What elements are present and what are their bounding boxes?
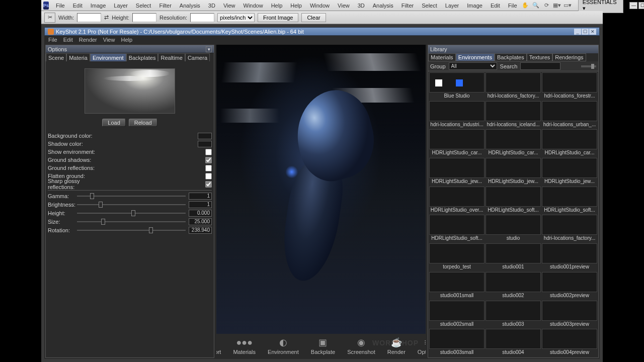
menu-layer[interactable]: Layer [110, 3, 132, 9]
menu-3d[interactable]: 3D [354, 3, 369, 9]
env-thumb[interactable]: hdri-locations_factory... [542, 215, 597, 242]
menu-image[interactable]: Image [463, 3, 487, 9]
env-thumb[interactable]: studio002 [486, 272, 541, 300]
tool-materials[interactable]: ●●●Materials [233, 337, 256, 355]
env-thumb[interactable]: hdri-locations_iceland... [486, 101, 541, 129]
bgcolor-swatch[interactable] [198, 133, 212, 139]
menu-help[interactable]: Help [267, 3, 287, 9]
env-thumb[interactable]: torpedo_test [429, 243, 485, 271]
env-thumb[interactable]: studio004 [486, 329, 541, 356]
menu-view[interactable]: View [219, 3, 239, 9]
tab-backplates[interactable]: Backplates [126, 53, 158, 61]
env-thumb[interactable]: HDRLightStudio_over... [429, 187, 485, 214]
env-thumb[interactable]: studio001preview [542, 243, 597, 271]
menu-window[interactable]: Window [306, 3, 334, 9]
menu-layer[interactable]: Layer [441, 3, 463, 9]
ks-close[interactable]: ✕ [589, 29, 596, 35]
options-close-icon[interactable]: ▾ [206, 46, 212, 52]
env-thumb[interactable]: HDRLightStudio_soft... [486, 187, 541, 214]
menu-edit[interactable]: Edit [69, 3, 87, 9]
menu-analysis[interactable]: Analysis [369, 3, 397, 9]
env-thumb[interactable]: studio003 [486, 301, 541, 328]
env-thumb[interactable]: studio [486, 215, 541, 242]
groundshad-checkbox[interactable] [205, 157, 212, 163]
menu-select[interactable]: Select [418, 3, 441, 9]
bright-slider[interactable] [77, 204, 186, 205]
env-thumb[interactable]: studio002small [429, 301, 485, 328]
tab-materia[interactable]: Materia [66, 53, 90, 61]
bright-value[interactable]: 1 [189, 201, 212, 208]
size-slider[interactable] [77, 221, 186, 222]
height-input[interactable] [132, 13, 156, 22]
menu-window[interactable]: Window [239, 3, 267, 9]
menu-edit[interactable]: Edit [487, 3, 504, 9]
libtab-environments[interactable]: Environments [456, 53, 495, 61]
screen-mode-icon[interactable]: ▭▾ [564, 1, 572, 10]
ks-maximize[interactable]: ☐ [582, 29, 589, 35]
menu-analysis[interactable]: Analysis [176, 3, 204, 9]
menu-help[interactable]: Help [286, 3, 306, 9]
env-thumb[interactable]: HDRLightStudio_car... [429, 129, 485, 157]
ks-menu-render[interactable]: Render [76, 37, 100, 43]
gamma-slider[interactable] [77, 196, 186, 197]
env-thumb[interactable]: Blue Studio [429, 72, 485, 100]
env-thumb[interactable]: hdri-locations_forestr... [542, 72, 597, 100]
tab-realtime[interactable]: Realtime [158, 53, 185, 61]
reload-button[interactable]: Reload [129, 119, 157, 127]
menu-view[interactable]: View [334, 3, 354, 9]
env-thumb[interactable]: hdri-locations_industri... [429, 101, 485, 129]
clear-button[interactable]: Clear [301, 13, 326, 22]
ks-menu-edit[interactable]: Edit [60, 37, 76, 43]
menu-image[interactable]: Image [87, 3, 110, 9]
resolution-input[interactable] [190, 13, 214, 22]
resolution-unit[interactable]: pixels/inch [217, 13, 255, 22]
env-thumb[interactable]: studio003preview [542, 301, 597, 328]
hand-icon[interactable]: ✋ [521, 1, 530, 10]
height-slider[interactable] [77, 213, 186, 214]
tab-scene[interactable]: Scene [46, 53, 66, 61]
search-input[interactable] [520, 62, 560, 70]
load-button[interactable]: Load [102, 119, 125, 127]
menu-filter[interactable]: Filter [397, 3, 418, 9]
libtab-textures[interactable]: Textures [527, 53, 553, 61]
env-thumb[interactable]: studio001 [486, 243, 541, 271]
shadowcolor-swatch[interactable] [198, 141, 212, 147]
ks-menu-file[interactable]: File [45, 37, 60, 43]
slider-icon[interactable] [581, 65, 596, 67]
env-thumb[interactable]: hdri-locations_urban_... [542, 101, 597, 129]
ks-menu-help[interactable]: Help [118, 37, 135, 43]
menu-select[interactable]: Select [132, 3, 155, 9]
tool-options[interactable]: ≡Options [418, 337, 426, 355]
libtab-materials[interactable]: Materials [428, 53, 456, 61]
menu-file[interactable]: File [504, 3, 521, 9]
tool-environment[interactable]: ◐Environment [268, 337, 299, 355]
env-thumb[interactable]: studio001small [429, 272, 485, 300]
tool-screenshot[interactable]: ◉Screenshot [347, 337, 375, 355]
swap-icon[interactable]: ⇄ [104, 14, 109, 21]
maximize-button[interactable]: ☐ [638, 2, 644, 9]
library-grid[interactable]: Blue Studiohdri-locations_factory...hdri… [428, 71, 598, 357]
flatten-checkbox[interactable] [205, 173, 212, 179]
menu-filter[interactable]: Filter [155, 3, 175, 9]
group-select[interactable]: All [449, 62, 497, 70]
env-thumb[interactable]: studio003small [429, 329, 485, 356]
env-thumb[interactable]: studio002preview [542, 272, 597, 300]
env-thumb[interactable]: studio004preview [542, 329, 597, 356]
ks-minimize[interactable]: _ [574, 29, 581, 35]
front-image-button[interactable]: Front Image [258, 13, 298, 22]
size-value[interactable]: 25.000 [189, 218, 212, 225]
tab-environment[interactable]: Environment [90, 53, 126, 61]
width-input[interactable] [77, 13, 101, 22]
libtab-backplates[interactable]: Backplates [495, 53, 527, 61]
rotate-icon[interactable]: ⟳ [542, 1, 551, 10]
env-thumb[interactable]: HDRLightStudio_jew... [486, 158, 541, 186]
env-thumb[interactable]: HDRLightStudio_jew... [542, 158, 597, 186]
sharp-checkbox[interactable] [205, 181, 212, 188]
showenv-checkbox[interactable] [205, 149, 212, 155]
ks-menu-view[interactable]: View [100, 37, 118, 43]
env-thumb[interactable]: HDRLightStudio_soft... [429, 215, 485, 242]
env-thumb[interactable]: hdri-locations_factory... [486, 72, 541, 100]
render-viewport[interactable]: ↘Import●●●Materials◐Environment▣Backplat… [216, 45, 426, 358]
tool-backplate[interactable]: ▣Backplate [311, 337, 335, 355]
height-value[interactable]: 0.000 [189, 210, 212, 217]
